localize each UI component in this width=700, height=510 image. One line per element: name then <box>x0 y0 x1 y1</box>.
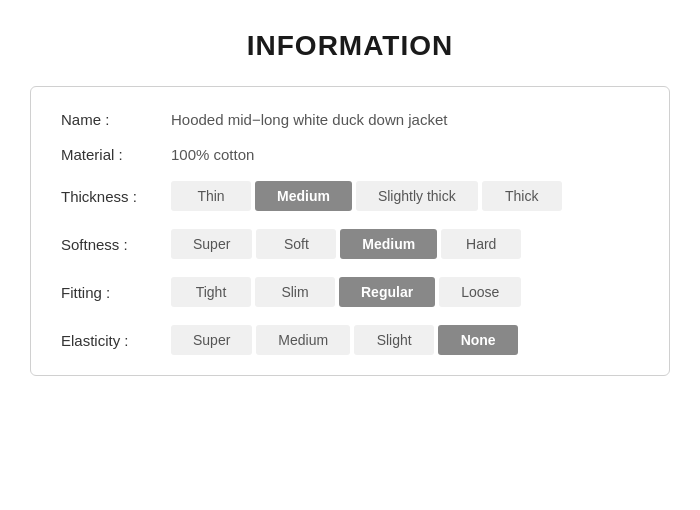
fitting-options: Tight Slim Regular Loose <box>171 277 525 307</box>
name-row: Name : Hooded mid−long white duck down j… <box>61 111 639 128</box>
thickness-row: Thickness : Thin Medium Slightly thick T… <box>61 181 639 211</box>
elasticity-slight[interactable]: Slight <box>354 325 434 355</box>
thickness-label: Thickness : <box>61 188 171 205</box>
fitting-regular[interactable]: Regular <box>339 277 435 307</box>
name-label: Name : <box>61 111 171 128</box>
elasticity-options: Super Medium Slight None <box>171 325 522 355</box>
softness-medium[interactable]: Medium <box>340 229 437 259</box>
softness-super[interactable]: Super <box>171 229 252 259</box>
fitting-row: Fitting : Tight Slim Regular Loose <box>61 277 639 307</box>
thickness-medium[interactable]: Medium <box>255 181 352 211</box>
material-label: Material : <box>61 146 171 163</box>
elasticity-none[interactable]: None <box>438 325 518 355</box>
page-title: INFORMATION <box>247 30 453 62</box>
thickness-options: Thin Medium Slightly thick Thick <box>171 181 566 211</box>
elasticity-row: Elasticity : Super Medium Slight None <box>61 325 639 355</box>
material-value: 100% cotton <box>171 146 254 163</box>
fitting-loose[interactable]: Loose <box>439 277 521 307</box>
fitting-label: Fitting : <box>61 284 171 301</box>
elasticity-medium[interactable]: Medium <box>256 325 350 355</box>
softness-hard[interactable]: Hard <box>441 229 521 259</box>
material-row: Material : 100% cotton <box>61 146 639 163</box>
thickness-thick[interactable]: Thick <box>482 181 562 211</box>
thickness-slightly-thick[interactable]: Slightly thick <box>356 181 478 211</box>
softness-soft[interactable]: Soft <box>256 229 336 259</box>
elasticity-super[interactable]: Super <box>171 325 252 355</box>
softness-label: Softness : <box>61 236 171 253</box>
fitting-slim[interactable]: Slim <box>255 277 335 307</box>
softness-row: Softness : Super Soft Medium Hard <box>61 229 639 259</box>
elasticity-label: Elasticity : <box>61 332 171 349</box>
info-card: Name : Hooded mid−long white duck down j… <box>30 86 670 376</box>
fitting-tight[interactable]: Tight <box>171 277 251 307</box>
softness-options: Super Soft Medium Hard <box>171 229 525 259</box>
thickness-thin[interactable]: Thin <box>171 181 251 211</box>
name-value: Hooded mid−long white duck down jacket <box>171 111 447 128</box>
